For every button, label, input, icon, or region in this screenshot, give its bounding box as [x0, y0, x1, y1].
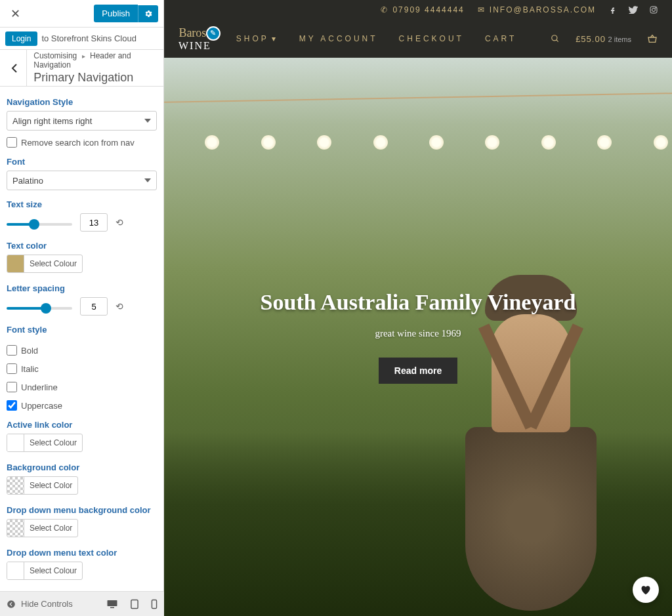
label-font: Font — [7, 157, 157, 167]
reset-icon[interactable]: ⟲ — [116, 301, 123, 312]
page-title: Primary Navigation — [33, 71, 161, 85]
label-bg-color: Background color — [7, 462, 157, 472]
label-letter-spacing: Letter spacing — [7, 283, 157, 293]
close-icon[interactable]: ✕ — [5, 4, 26, 24]
nav-shop[interactable]: SHOP ▾ — [236, 34, 278, 43]
label-dd-text: Drop down menu text color — [7, 548, 157, 558]
active-link-color-button[interactable]: Select Colour — [7, 434, 83, 452]
hero-person — [459, 275, 603, 616]
phone-link[interactable]: ✆ 07909 4444444 — [381, 5, 464, 14]
hero-title: South Australia Family Vineyard — [261, 290, 576, 315]
nav-account[interactable]: MY ACCOUNT — [299, 34, 378, 43]
logo[interactable]: Baross WINE ✎ — [178, 26, 211, 52]
underline-checkbox[interactable] — [7, 382, 17, 392]
svg-rect-1 — [108, 600, 117, 606]
reset-icon[interactable]: ⟲ — [116, 217, 123, 228]
login-button[interactable]: Login — [5, 31, 37, 46]
gear-icon[interactable] — [138, 5, 158, 22]
chevron-right-icon: ▸ — [82, 52, 85, 60]
publish-button[interactable]: Publish — [94, 5, 138, 22]
text-color-swatch — [7, 255, 24, 272]
color-swatch — [7, 520, 24, 537]
login-bar: Login to Storefront Skins Cloud — [0, 28, 163, 50]
preview-pane: ✆ 07909 4444444 ✉ INFO@BAROSSA.COM Baros… — [164, 0, 672, 616]
uppercase-checkbox[interactable] — [7, 400, 17, 411]
breadcrumb: Customising ▸ Header and Navigation Prim… — [0, 50, 163, 87]
nav-checkout[interactable]: CHECKOUT — [399, 34, 464, 43]
back-button[interactable] — [3, 50, 27, 87]
remove-search-checkbox[interactable] — [7, 137, 17, 148]
text-size-slider[interactable] — [7, 223, 72, 226]
email-link[interactable]: ✉ INFO@BAROSSA.COM — [478, 5, 596, 14]
read-more-button[interactable]: Read more — [379, 358, 457, 384]
desktop-icon[interactable] — [106, 599, 118, 609]
dd-text-color-button[interactable]: Select Colour — [7, 562, 83, 580]
preview-main-nav: Baross WINE ✎ SHOP ▾ MY ACCOUNT CHECKOUT… — [164, 20, 672, 58]
search-icon[interactable] — [551, 34, 560, 43]
favorite-button[interactable] — [633, 577, 659, 603]
edit-icon[interactable]: ✎ — [206, 26, 220, 41]
svg-rect-4 — [152, 600, 156, 608]
hide-controls-button[interactable]: Hide Controls — [7, 599, 73, 609]
text-color-button[interactable]: Select Colour — [7, 255, 83, 273]
basket-icon[interactable] — [647, 34, 658, 43]
label-font-style: Font style — [7, 325, 157, 335]
preview-topbar: ✆ 07909 4444444 ✉ INFO@BAROSSA.COM — [164, 0, 672, 20]
color-swatch — [7, 562, 24, 579]
svg-line-9 — [556, 40, 558, 42]
label-text-size: Text size — [7, 199, 157, 209]
letter-spacing-slider[interactable] — [7, 307, 72, 310]
hero-section: South Australia Family Vineyard great wi… — [164, 58, 672, 616]
color-swatch — [7, 477, 24, 494]
svg-rect-2 — [110, 607, 114, 608]
remove-search-label: Remove search icon from nav — [21, 138, 135, 148]
footer-bar: Hide Controls — [0, 591, 164, 616]
label-nav-style: Navigation Style — [7, 97, 157, 107]
customizer-sidebar: ✕ Publish Login to Storefront Skins Clou… — [0, 0, 164, 616]
nav-cart[interactable]: CART — [485, 34, 516, 43]
instagram-icon[interactable] — [650, 6, 658, 14]
svg-point-6 — [652, 9, 656, 12]
bold-checkbox[interactable] — [7, 345, 17, 356]
svg-rect-3 — [131, 600, 138, 608]
controls-panel: Navigation Style Align right items right… — [0, 87, 163, 616]
mobile-icon[interactable] — [151, 599, 158, 609]
nav-style-select[interactable]: Align right items right — [7, 111, 157, 131]
hero-subtitle: great wine since 1969 — [375, 328, 461, 339]
label-dd-bg: Drop down menu background color — [7, 505, 157, 515]
text-size-input[interactable] — [80, 213, 108, 232]
svg-point-8 — [552, 35, 557, 41]
string-lights — [164, 97, 672, 189]
svg-point-7 — [656, 8, 656, 9]
twitter-icon[interactable] — [629, 6, 638, 14]
color-swatch — [7, 434, 24, 451]
bg-color-button[interactable]: Select Color — [7, 476, 78, 495]
cart-items: 2 items — [608, 35, 631, 43]
cart-total[interactable]: £55.00 — [576, 34, 606, 44]
facebook-icon[interactable] — [609, 6, 617, 14]
email-icon: ✉ — [478, 5, 486, 14]
font-select[interactable]: Palatino — [7, 171, 157, 190]
chevron-down-icon: ▾ — [272, 34, 278, 43]
italic-checkbox[interactable] — [7, 363, 17, 374]
tablet-icon[interactable] — [130, 599, 139, 609]
label-text-color: Text color — [7, 241, 157, 251]
svg-point-0 — [7, 600, 15, 608]
label-active-link-color: Active link color — [7, 420, 157, 430]
top-bar: ✕ Publish — [0, 0, 163, 28]
dd-bg-color-button[interactable]: Select Color — [7, 519, 78, 537]
phone-icon: ✆ — [381, 5, 388, 14]
letter-spacing-input[interactable] — [80, 297, 108, 316]
breadcrumb-root: Customising — [33, 51, 77, 60]
login-text: to Storefront Skins Cloud — [41, 33, 136, 43]
